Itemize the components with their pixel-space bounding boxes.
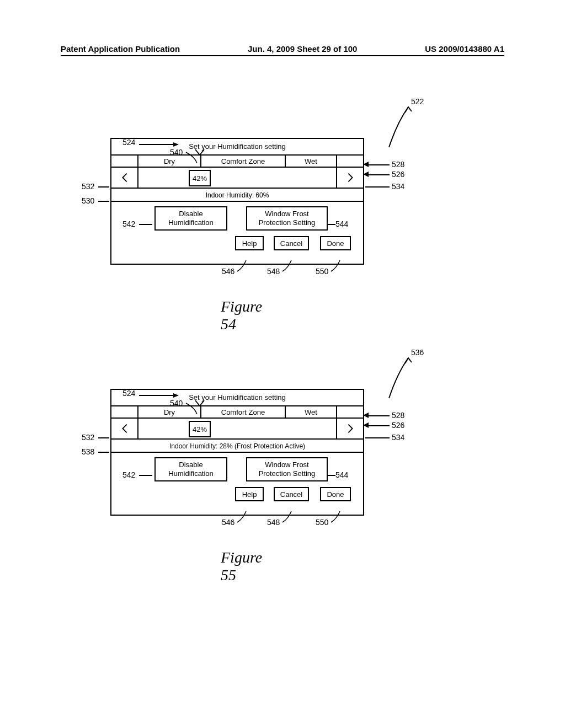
indoor-humidity-label: Indoor Humidity: 60%: [111, 189, 363, 202]
zone-spacer-right: [336, 156, 363, 167]
ref-540: 540: [170, 399, 183, 408]
arrow-526: [362, 172, 369, 177]
bottom-buttons: Help Cancel Done: [111, 235, 363, 257]
ref-540: 540: [170, 148, 183, 157]
ref-524: 524: [122, 138, 135, 147]
leader-526: [365, 174, 390, 175]
header-row: Patent Application Publication Jun. 4, 2…: [61, 44, 504, 53]
ref-528: 528: [392, 411, 404, 420]
ref-542: 542: [122, 220, 135, 228]
increase-button[interactable]: [336, 168, 363, 188]
zone-labels: Dry Comfort Zone Wet: [111, 154, 363, 167]
device-frame-54: Set your Humidification setting Dry Comf…: [110, 138, 364, 265]
header-rule: [61, 55, 504, 56]
zone-spacer-right: [336, 406, 363, 417]
leader-542-55: [139, 475, 152, 476]
leader-538: [98, 452, 109, 453]
header-right: US 2009/0143880 A1: [425, 44, 504, 53]
ref-548: 548: [267, 267, 280, 276]
decrease-button[interactable]: [111, 168, 138, 188]
ref-522: 522: [411, 97, 424, 106]
done-button[interactable]: Done: [320, 236, 351, 250]
ref-526: 526: [392, 421, 404, 430]
device-frame-55: Set your Humidification setting Dry Comf…: [110, 389, 364, 516]
zone-labels: Dry Comfort Zone Wet: [111, 405, 363, 417]
zone-wet-label: Wet: [286, 406, 336, 419]
slider-pointer-icon: [194, 148, 205, 157]
ref-534: 534: [392, 182, 404, 191]
page: Patent Application Publication Jun. 4, 2…: [0, 0, 565, 728]
indoor-humidity-label: Indoor Humidity: 28% (Frost Protection A…: [111, 440, 363, 453]
chevron-left-icon: [119, 172, 131, 184]
arrow-526-55: [362, 422, 369, 428]
slider-row[interactable]: 42%: [111, 167, 363, 189]
leader-522: [386, 100, 419, 156]
chevron-right-icon: [344, 172, 356, 184]
bottom-buttons: Help Cancel Done: [111, 486, 363, 508]
ref-550: 550: [316, 267, 328, 276]
leader-536: [386, 351, 419, 406]
increase-button[interactable]: [336, 419, 363, 438]
leader-544: [328, 224, 335, 225]
help-button[interactable]: Help: [235, 487, 264, 501]
mid-buttons: Disable Humidification Window Frost Prot…: [111, 453, 363, 486]
leader-532: [98, 186, 109, 188]
ref-546: 546: [222, 267, 234, 276]
zone-wet-label: Wet: [286, 156, 336, 168]
mid-buttons: Disable Humidification Window Frost Prot…: [111, 202, 363, 235]
figure-55-caption: Figure 55: [221, 549, 262, 584]
figure-54-caption: Figure 54: [221, 298, 262, 333]
arrow-528: [362, 162, 369, 167]
header-left: Patent Application Publication: [61, 44, 180, 53]
leader-534-55: [365, 437, 390, 438]
leader-524-55: [139, 392, 183, 399]
leader-530: [98, 201, 109, 202]
leader-526-55: [365, 425, 390, 426]
ref-546: 546: [222, 518, 234, 527]
leader-528-55: [365, 415, 390, 416]
ref-532: 532: [82, 182, 94, 191]
ref-536: 536: [411, 348, 424, 357]
frost-protection-button[interactable]: Window Frost Protection Setting: [246, 457, 328, 481]
help-button[interactable]: Help: [235, 236, 264, 250]
ref-524: 524: [122, 389, 135, 398]
disable-humidification-button[interactable]: Disable Humidification: [154, 206, 227, 231]
arrow-528-55: [362, 413, 369, 418]
ref-550: 550: [316, 518, 328, 527]
ref-532: 532: [82, 433, 94, 442]
decrease-button[interactable]: [111, 419, 138, 438]
slider-pointer-icon: [194, 399, 205, 408]
ref-530: 530: [82, 196, 94, 205]
leader-528: [365, 164, 390, 165]
zone-comfort-label: Comfort Zone: [200, 156, 286, 168]
humidity-value[interactable]: 42%: [189, 421, 211, 437]
header-center: Jun. 4, 2009 Sheet 29 of 100: [248, 44, 357, 53]
disable-humidification-button[interactable]: Disable Humidification: [154, 457, 227, 481]
frost-protection-button[interactable]: Window Frost Protection Setting: [246, 206, 328, 231]
cancel-button[interactable]: Cancel: [274, 236, 309, 250]
ref-542: 542: [122, 470, 135, 479]
zone-comfort-label: Comfort Zone: [200, 406, 286, 419]
done-button[interactable]: Done: [320, 487, 351, 501]
chevron-right-icon: [344, 422, 356, 435]
ref-544: 544: [335, 470, 348, 479]
zone-dry-label: Dry: [138, 406, 200, 419]
leader-534: [365, 186, 390, 188]
humidity-value[interactable]: 42%: [189, 170, 211, 186]
slider-row[interactable]: 42%: [111, 417, 363, 440]
zone-spacer-left: [111, 156, 138, 167]
leader-532-55: [98, 437, 109, 438]
ref-526: 526: [392, 170, 404, 179]
zone-spacer-left: [111, 406, 138, 417]
chevron-left-icon: [119, 422, 131, 435]
ref-538: 538: [82, 447, 94, 456]
cancel-button[interactable]: Cancel: [274, 487, 309, 501]
ref-544: 544: [335, 220, 348, 228]
leader-524: [139, 141, 183, 148]
ref-528: 528: [392, 160, 404, 169]
zone-dry-label: Dry: [138, 156, 200, 168]
ref-548: 548: [267, 518, 280, 527]
leader-542: [139, 224, 152, 225]
ref-534: 534: [392, 433, 404, 442]
leader-544-55: [328, 475, 335, 476]
